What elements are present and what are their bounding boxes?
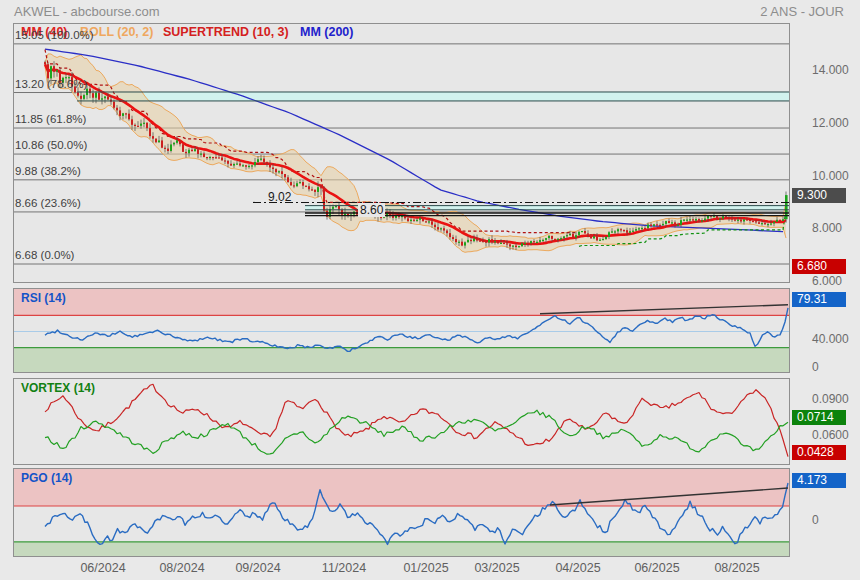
price-axis-label: 8.000 (812, 221, 842, 235)
x-axis-label: 09/2024 (235, 561, 280, 575)
support-level-label: 8.60 (358, 203, 385, 217)
price-chart[interactable] (14, 24, 789, 282)
x-axis-label: 11/2024 (322, 561, 366, 575)
vortex-axis-label: 0.0600 (812, 428, 849, 442)
rsi-value-badge: 79.31 (792, 292, 846, 307)
vortex-chart[interactable] (14, 379, 789, 464)
price-axis-label: 14.000 (812, 63, 849, 77)
rsi-title: RSI (14) (21, 291, 66, 305)
price-axis-label: 10.000 (812, 169, 849, 183)
rsi-axis-label: 40.000 (812, 332, 849, 346)
price-axis-label: 12.000 (812, 116, 849, 130)
x-axis-label: 08/2025 (714, 561, 759, 575)
x-axis-label: 06/2024 (80, 561, 125, 575)
rsi-panel[interactable]: RSI (14) (13, 288, 790, 373)
legend-item-mm40: MM (40) (21, 25, 68, 39)
x-axis-label: 08/2024 (159, 561, 204, 575)
price-panel[interactable]: MM (40) BOLL (20, 2) SUPERTREND (10, 3) … (13, 23, 790, 283)
pgo-value-badge: 4.173 (792, 473, 846, 488)
vortex-title: VORTEX (14) (21, 381, 95, 395)
rsi-chart[interactable] (14, 289, 789, 372)
price-axis-label: 6.000 (812, 274, 842, 288)
pgo-axis-label: 0 (812, 513, 819, 527)
header-title: AKWEL - abcbourse.com (14, 4, 159, 19)
legend-item-boll: BOLL (20, 2) (80, 25, 153, 39)
vortex-minus-badge: 0.0428 (792, 445, 846, 460)
x-axis-label: 03/2025 (474, 561, 519, 575)
period-label: 2 ANS - JOUR (760, 4, 844, 19)
fib-low-badge: 6.680 (792, 259, 846, 274)
legend-item-supertrend: SUPERTREND (10, 3) (163, 25, 289, 39)
resistance-level-label: 9.02 (268, 190, 291, 204)
x-axis-label: 01/2025 (403, 561, 448, 575)
x-axis-label: 04/2025 (555, 561, 600, 575)
last-price-badge: 9.300 (792, 188, 846, 203)
pgo-panel[interactable]: PGO (14) (13, 468, 790, 557)
chart-screen: AKWEL - abcbourse.com 2 ANS - JOUR MM (4… (0, 0, 860, 580)
vortex-panel[interactable]: VORTEX (14) (13, 378, 790, 465)
legend-item-mm200: MM (200) (300, 25, 353, 39)
vortex-plus-badge: 0.0714 (792, 410, 846, 425)
x-axis-label: 06/2025 (634, 561, 679, 575)
pgo-chart[interactable] (14, 469, 789, 556)
rsi-axis-label: 0 (812, 360, 819, 374)
pgo-title: PGO (14) (21, 471, 72, 485)
vortex-axis-label: 0.0900 (812, 392, 849, 406)
